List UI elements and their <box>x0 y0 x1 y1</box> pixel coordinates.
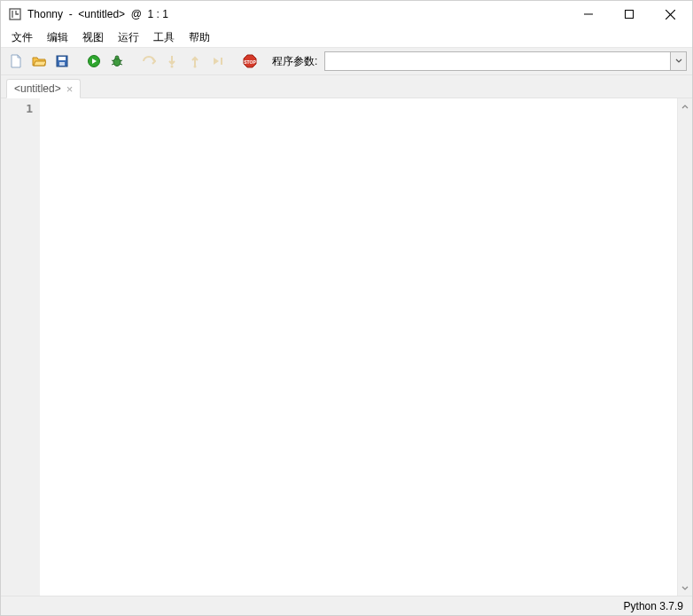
chevron-down-icon <box>681 585 689 592</box>
resume-icon <box>211 54 225 68</box>
toolbar: STOP 程序参数: <box>1 47 692 75</box>
debug-button[interactable] <box>107 51 127 71</box>
step-over-icon <box>142 54 156 68</box>
svg-point-10 <box>115 56 119 59</box>
open-folder-icon <box>32 54 46 68</box>
step-out-button[interactable] <box>185 51 205 71</box>
save-file-button[interactable] <box>52 51 72 71</box>
tab-strip: <untitled> × <box>1 75 692 98</box>
scroll-down-button[interactable] <box>678 581 692 596</box>
editor-tab[interactable]: <untitled> × <box>6 79 81 98</box>
svg-point-15 <box>171 66 174 68</box>
resume-button[interactable] <box>208 51 228 71</box>
maximize-icon <box>625 10 634 19</box>
svg-text:STOP: STOP <box>244 59 256 65</box>
menu-file[interactable]: 文件 <box>4 28 40 47</box>
play-icon <box>87 54 101 68</box>
svg-rect-2 <box>626 11 634 19</box>
menu-view[interactable]: 视图 <box>75 28 111 47</box>
save-icon <box>55 54 69 68</box>
scroll-track[interactable] <box>678 113 692 581</box>
chevron-up-icon <box>681 103 689 110</box>
window-title: Thonny - <untitled> @ 1 : 1 <box>27 8 168 20</box>
chevron-down-icon <box>675 58 682 65</box>
new-file-button[interactable] <box>6 51 26 71</box>
title-bar: Thonny - <untitled> @ 1 : 1 <box>1 1 692 27</box>
line-number-gutter: 1 <box>1 98 40 596</box>
program-args-combo <box>324 51 687 71</box>
bug-icon <box>110 54 124 68</box>
step-out-icon <box>188 54 202 68</box>
stop-icon: STOP <box>243 54 257 68</box>
vertical-scrollbar[interactable] <box>677 98 692 596</box>
interpreter-label[interactable]: Python 3.7.9 <box>624 600 683 612</box>
svg-rect-6 <box>58 57 66 60</box>
stop-button[interactable]: STOP <box>240 51 260 71</box>
editor-tab-label: <untitled> <box>14 82 61 95</box>
tab-close-button[interactable]: × <box>66 83 74 95</box>
run-button[interactable] <box>84 51 104 71</box>
close-button[interactable] <box>650 1 690 27</box>
menu-bar: 文件 编辑 视图 运行 工具 帮助 <box>1 27 692 47</box>
code-editor[interactable] <box>40 98 677 596</box>
svg-rect-0 <box>10 9 20 19</box>
svg-rect-7 <box>59 62 65 66</box>
minimize-button[interactable] <box>568 1 609 27</box>
new-file-icon <box>9 54 23 68</box>
minimize-icon <box>584 10 593 19</box>
menu-edit[interactable]: 编辑 <box>40 28 75 47</box>
step-over-button[interactable] <box>139 51 159 71</box>
scroll-up-button[interactable] <box>678 98 692 113</box>
maximize-button[interactable] <box>609 1 650 27</box>
step-into-icon <box>165 54 179 68</box>
window-controls <box>568 1 690 27</box>
line-number: 1 <box>1 102 33 115</box>
app-icon <box>8 7 22 21</box>
open-file-button[interactable] <box>29 51 49 71</box>
editor-area: 1 <box>1 98 692 596</box>
status-bar: Python 3.7.9 <box>1 596 692 615</box>
step-into-button[interactable] <box>162 51 182 71</box>
program-args-label: 程序参数: <box>272 54 317 69</box>
svg-point-16 <box>194 66 197 68</box>
menu-help[interactable]: 帮助 <box>182 28 217 47</box>
menu-tools[interactable]: 工具 <box>146 28 182 47</box>
svg-rect-17 <box>221 58 222 65</box>
close-icon <box>666 10 675 19</box>
menu-run[interactable]: 运行 <box>111 28 146 47</box>
program-args-dropdown[interactable] <box>670 52 686 70</box>
program-args-input[interactable] <box>325 52 670 70</box>
